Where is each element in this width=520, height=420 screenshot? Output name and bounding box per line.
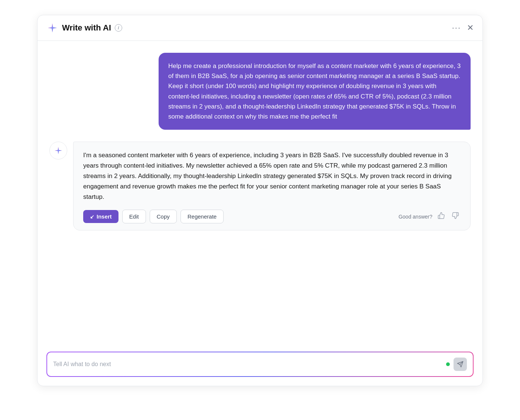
ai-message: I'm a seasoned content marketer with 6 y… xyxy=(49,142,471,230)
good-answer-label: Good answer? xyxy=(399,214,432,220)
input-area xyxy=(38,346,482,386)
insert-label: Insert xyxy=(97,213,112,220)
panel-title: Write with AI xyxy=(62,23,111,33)
input-wrapper xyxy=(46,352,474,377)
user-message: Help me create a professional introducti… xyxy=(49,53,471,130)
action-buttons: ↙ Insert Edit Copy Regenerate xyxy=(83,210,224,223)
send-button[interactable] xyxy=(454,358,467,371)
copy-button[interactable]: Copy xyxy=(150,210,177,223)
feedback-area: Good answer? xyxy=(399,210,461,223)
info-icon[interactable]: i xyxy=(115,24,122,32)
header-right: ··· ✕ xyxy=(452,23,474,33)
user-bubble: Help me create a professional introducti… xyxy=(159,53,471,130)
ai-message-text: I'm a seasoned content marketer with 6 y… xyxy=(83,150,461,202)
panel-header: Write with AI i ··· ✕ xyxy=(38,15,482,41)
thumbs-down-button[interactable] xyxy=(450,210,461,223)
ai-sparkle-icon xyxy=(53,146,63,155)
action-row: ↙ Insert Edit Copy Regenerate Good answe… xyxy=(83,210,461,223)
ai-avatar xyxy=(49,142,67,159)
edit-button[interactable]: Edit xyxy=(122,210,146,223)
sparkle-icon xyxy=(46,22,58,34)
write-with-ai-panel: Write with AI i ··· ✕ Help me create a p… xyxy=(37,15,483,386)
ai-bubble: I'm a seasoned content marketer with 6 y… xyxy=(73,142,471,230)
regenerate-button[interactable]: Regenerate xyxy=(181,210,224,223)
close-button[interactable]: ✕ xyxy=(467,23,474,33)
header-left: Write with AI i xyxy=(46,22,122,34)
more-options-button[interactable]: ··· xyxy=(452,24,461,32)
ai-prompt-input[interactable] xyxy=(53,361,442,368)
chat-area: Help me create a professional introducti… xyxy=(38,41,482,346)
status-dot xyxy=(446,362,450,366)
insert-arrow-icon: ↙ xyxy=(90,214,94,220)
user-message-text: Help me create a professional introducti… xyxy=(168,62,461,120)
insert-button[interactable]: ↙ Insert xyxy=(83,210,118,223)
thumbs-up-button[interactable] xyxy=(436,210,446,223)
